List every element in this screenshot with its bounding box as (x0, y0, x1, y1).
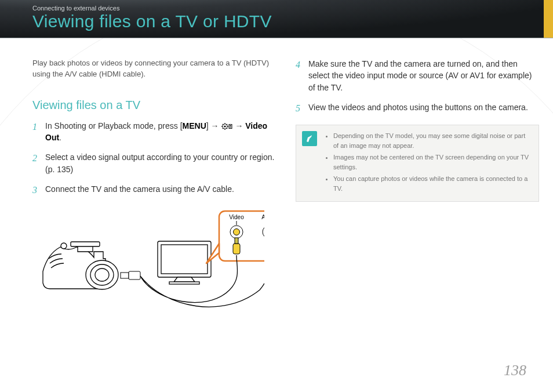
note-item: You can capture photos or videos while t… (333, 174, 532, 193)
note-box: Depending on the TV model, you may see s… (296, 125, 539, 202)
section-heading: Viewing files on a TV (32, 99, 276, 112)
step-number: 1 (32, 120, 37, 133)
section-tab (544, 0, 553, 38)
step-text: → (235, 121, 245, 130)
svg-point-1 (224, 125, 226, 127)
note-item: Images may not be centered on the TV scr… (333, 153, 532, 172)
step-text: In Shooting or Playback mode, press [ (45, 121, 183, 130)
svg-rect-21 (161, 245, 208, 274)
svg-line-8 (223, 128, 223, 129)
step-text: View the videos and photos using the but… (308, 103, 528, 112)
camera-icon (43, 242, 118, 289)
page-number: 138 (504, 362, 526, 379)
step-4: 4 Make sure the TV and the camera are tu… (296, 58, 539, 93)
svg-rect-22 (169, 282, 199, 284)
svg-line-7 (227, 128, 227, 129)
tv-icon (158, 241, 211, 284)
step-3: 3 Connect the TV and the camera using th… (32, 183, 276, 195)
step-number: 2 (32, 151, 37, 165)
step-number: 3 (32, 183, 37, 197)
intro-text: Play back photos or videos by connecting… (32, 58, 276, 80)
connection-diagram: Video Audio (32, 203, 276, 315)
breadcrumb: Connecting to external devices (32, 5, 119, 12)
step-text: Make sure the TV and the camera are turn… (308, 59, 532, 92)
step-text: ] → (206, 121, 221, 130)
page-title: Viewing files on a TV or HDTV (32, 12, 272, 31)
svg-rect-11 (230, 125, 231, 126)
svg-line-9 (227, 124, 227, 125)
svg-line-6 (223, 124, 223, 125)
svg-rect-30 (233, 244, 240, 254)
step-number: 4 (296, 58, 300, 71)
step-5: 5 View the videos and photos using the b… (296, 101, 539, 113)
svg-rect-18 (121, 273, 129, 278)
note-icon (302, 131, 317, 146)
menu-label: MENU (183, 121, 206, 130)
step-text: . (59, 133, 61, 142)
step-number: 5 (296, 101, 300, 115)
step-2: 2 Select a video signal output according… (32, 151, 276, 175)
page-header: Connecting to external devices Viewing f… (0, 0, 553, 38)
video-label: Video (229, 214, 244, 220)
svg-point-27 (234, 229, 240, 235)
audio-label: Audio (261, 214, 264, 220)
av-jacks-callout: Video Audio (206, 211, 264, 263)
note-item: Depending on the TV model, you may see s… (333, 131, 532, 150)
svg-point-15 (95, 268, 109, 281)
step-text: Select a video signal output according t… (45, 153, 274, 173)
svg-rect-16 (71, 242, 100, 246)
step-1: 1 In Shooting or Playback mode, press [M… (32, 120, 276, 144)
svg-point-17 (61, 243, 67, 249)
svg-rect-31 (235, 238, 238, 244)
svg-rect-19 (129, 271, 140, 280)
step-text: Connect the TV and the camera using the … (45, 184, 234, 194)
gear-icon (221, 122, 232, 130)
